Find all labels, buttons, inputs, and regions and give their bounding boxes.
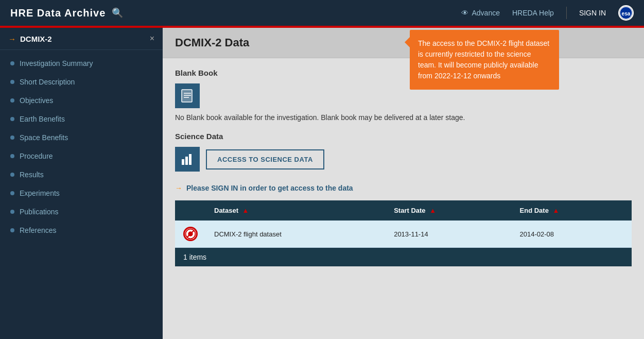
svg-rect-8 [185,157,188,165]
sort-start-date-icon: ▲ [429,207,436,214]
table-col-start-date[interactable]: Start Date ▲ [386,200,511,221]
nav-dot-icon [10,154,14,158]
science-data-row: ACCESS TO SCIENCE DATA [175,147,632,172]
sidebar-item-space-benefits[interactable]: Space Benefits [0,128,163,147]
restricted-icon [183,227,198,241]
sidebar-nav: Investigation Summary Short Description … [0,50,163,244]
main-layout: → DCMIX-2 × Investigation Summary Short … [0,28,644,339]
sidebar-item-short-description[interactable]: Short Description [0,73,163,91]
dataset-table: Dataset ▲ Start Date ▲ End Date ▲ [175,200,632,248]
notice-arrow-icon: → [175,184,182,192]
eye-icon: 👁 [461,9,468,17]
table-col-icon [175,200,206,221]
table-header: Dataset ▲ Start Date ▲ End Date ▲ [175,200,632,221]
nav-dot-icon [10,191,14,195]
table-row: DCMIX-2 flight dataset 2013-11-14 2014-0… [175,221,632,248]
table-col-end-date[interactable]: End Date ▲ [512,200,632,221]
svg-text:esa: esa [621,11,630,16]
sidebar-close-button[interactable]: × [150,34,154,43]
nav-dot-icon [10,210,14,214]
table-footer: 1 items [175,248,632,266]
blank-book-label: Blank Book [175,69,632,77]
table-cell-dataset: DCMIX-2 flight dataset [206,221,386,248]
science-data-icon [175,147,200,172]
nav-dot-icon [10,80,14,84]
app-title: HRE Data Archive [10,7,106,19]
nav-divider [566,7,567,19]
blank-book-section: Blank Book No Blank book available for t… [175,69,632,122]
search-icon[interactable]: 🔍 [112,7,123,19]
nav-dot-icon [10,228,14,232]
header-nav: 👁 Advance HREDA Help SIGN IN esa [461,5,634,21]
sidebar-item-objectives[interactable]: Objectives [0,91,163,110]
svg-rect-9 [189,154,192,165]
table-cell-end-date: 2014-02-08 [512,221,632,248]
blank-book-message: No Blank book available for the investig… [175,113,632,122]
sidebar-item-procedure[interactable]: Procedure [0,147,163,165]
science-data-label: Science Data [175,132,632,141]
sidebar-item-publications[interactable]: Publications [0,202,163,221]
sort-dataset-icon: ▲ [242,207,249,214]
header: HRE Data Archive 🔍 👁 Advance HREDA Help … [0,0,644,26]
esa-circle-icon: esa [618,5,634,21]
sidebar: → DCMIX-2 × Investigation Summary Short … [0,28,163,339]
svg-rect-2 [182,90,192,102]
help-link[interactable]: HREDA Help [512,9,554,17]
sidebar-item-earth-benefits[interactable]: Earth Benefits [0,110,163,128]
sidebar-item-experiments[interactable]: Experiments [0,184,163,202]
sign-in-notice: → Please SIGN IN in order to get access … [175,184,632,192]
sign-in-button[interactable]: SIGN IN [579,9,606,17]
blank-book-icon [175,83,200,108]
sidebar-arrow-icon: → [8,35,16,43]
main-header: DCMIX-2 Data [163,28,644,58]
advanced-link[interactable]: 👁 Advance [461,9,499,17]
sidebar-header: → DCMIX-2 × [0,28,163,50]
access-science-data-button[interactable]: ACCESS TO SCIENCE DATA [206,149,324,170]
sidebar-item-references[interactable]: References [0,221,163,240]
table-col-dataset[interactable]: Dataset ▲ [206,200,386,221]
nav-dot-icon [10,135,14,140]
sidebar-item-results[interactable]: Results [0,165,163,184]
science-data-section: Science Data ACCESS TO SCIENCE DATA [175,132,632,172]
nav-dot-icon [10,173,14,177]
sort-end-date-icon: ▲ [552,207,559,214]
nav-dot-icon [10,98,14,103]
esa-logo: esa [618,5,634,21]
svg-rect-7 [182,159,184,165]
table-cell-icon [175,221,206,248]
nav-dot-icon [10,117,14,121]
page-title: DCMIX-2 Data [175,36,632,49]
main-body: Blank Book No Blank book available for t… [163,58,644,277]
nav-dot-icon [10,61,14,65]
table-cell-start-date: 2013-11-14 [386,221,511,248]
access-restriction-popup: The access to the DCMIX-2 flight dataset… [410,30,559,90]
sidebar-item-investigation-summary[interactable]: Investigation Summary [0,54,163,73]
sidebar-title: → DCMIX-2 [8,35,52,43]
main-content: The access to the DCMIX-2 flight dataset… [163,28,644,339]
